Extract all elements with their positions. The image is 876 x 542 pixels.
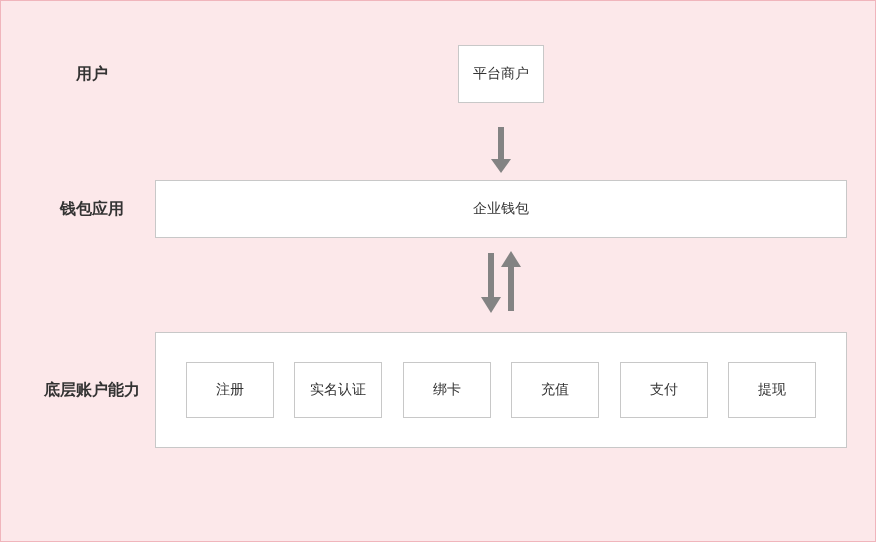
label-capability: 底层账户能力 (29, 380, 155, 401)
label-user: 用户 (29, 64, 155, 85)
capability-item-register: 注册 (186, 362, 274, 418)
merchant-box: 平台商户 (458, 45, 544, 103)
wallet-box: 企业钱包 (155, 180, 847, 238)
capability-item-withdraw: 提现 (728, 362, 816, 418)
row-user: 用户 平台商户 (29, 29, 847, 119)
svg-marker-3 (481, 297, 501, 313)
user-label-text: 用户 (76, 64, 108, 85)
cap-text-0: 注册 (216, 381, 244, 399)
row-capability: 底层账户能力 注册 实名认证 绑卡 充值 支付 (29, 325, 847, 455)
row-wallet: 钱包应用 企业钱包 (29, 179, 847, 239)
wallet-box-text: 企业钱包 (473, 200, 529, 218)
cap-text-4: 支付 (650, 381, 678, 399)
arrow-down-icon (489, 125, 513, 173)
wallet-content: 企业钱包 (155, 180, 847, 238)
wallet-label-text: 钱包应用 (60, 199, 124, 220)
capability-item-realname: 实名认证 (294, 362, 382, 418)
diagram-container: 用户 平台商户 钱包应用 企业钱包 (0, 0, 876, 542)
cap-text-1: 实名认证 (310, 381, 366, 399)
capability-item-recharge: 充值 (511, 362, 599, 418)
cap-text-3: 充值 (541, 381, 569, 399)
cap-text-5: 提现 (758, 381, 786, 399)
capability-content: 注册 实名认证 绑卡 充值 支付 提现 (155, 332, 847, 448)
user-content: 平台商户 (155, 45, 847, 103)
arrow-bidirectional-row (29, 239, 847, 325)
capability-item-payment: 支付 (620, 362, 708, 418)
capability-box: 注册 实名认证 绑卡 充值 支付 提现 (155, 332, 847, 448)
cap-text-2: 绑卡 (433, 381, 461, 399)
capability-item-bindcard: 绑卡 (403, 362, 491, 418)
svg-marker-5 (501, 251, 521, 267)
merchant-box-text: 平台商户 (473, 65, 529, 83)
label-wallet: 钱包应用 (29, 199, 155, 220)
arrow-bidirectional-icon (476, 249, 526, 315)
svg-marker-1 (491, 159, 511, 173)
capability-label-text: 底层账户能力 (44, 380, 140, 401)
arrow-down-row (29, 119, 847, 179)
